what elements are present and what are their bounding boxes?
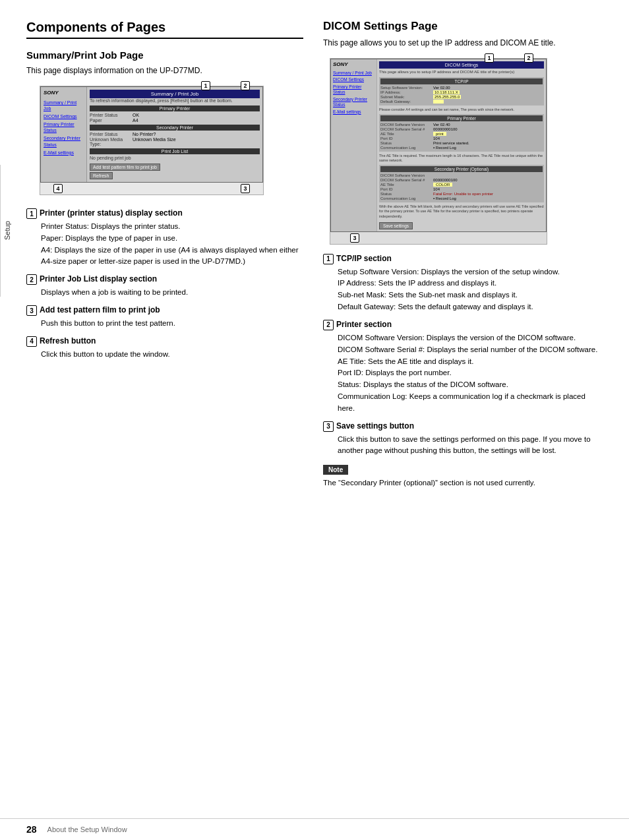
r-annotation-3-heading: 3 Save settings button [323, 421, 603, 432]
annotation-1-title: Printer (printer status) display section [40, 208, 183, 218]
ss-right-nav-1: Summary / Print Job [333, 71, 374, 76]
callout-1-left: 1 [201, 81, 210, 90]
r-annotation-1: 1 TCP/IP section Setup Software Version:… [323, 254, 603, 313]
ss-sidebar-left: SONY Summary / Print Job DICOM Settings … [41, 87, 87, 182]
callout-num-1: 1 [26, 208, 37, 219]
annotation-1-body: Printer Status: Displays the printer sta… [41, 221, 303, 268]
ss-printjob-text: No pending print job [90, 156, 260, 160]
ss-add-btn: Add test pattern film to print job [90, 164, 160, 171]
annotation-2-heading: 2 Printer Job List display section [26, 274, 303, 285]
right-column: DICOM Settings Page This page allows you… [323, 20, 603, 805]
ss-right-nav-2: DICOM Settings [333, 77, 374, 82]
note-section: Note The “Secondary Printer (optional)” … [323, 465, 603, 489]
ss-refresh-btn: Refresh [90, 172, 113, 179]
ss-main-left: Summary / Print Job To refresh informati… [87, 87, 262, 182]
r-annotation-3-title: Save settings button [336, 421, 414, 431]
ss-row-4: Unknown Media Type: Unknown Media Size [90, 137, 260, 146]
ss-right-body: SONY Summary / Print Job DICOM Settings … [330, 59, 547, 232]
note-body: The “Secondary Printer (optional)” secti… [323, 477, 603, 489]
ss-row-2: Paper A4 [90, 118, 260, 123]
r-annotation-3-body: Click this button to save the settings p… [338, 434, 603, 458]
ss-tcpip-row-2: IP Address: 10.118.111.X [380, 90, 543, 94]
ss-logo: SONY [44, 90, 84, 96]
ss-tcpip-title: TCP/IP [380, 78, 543, 84]
dicom-screenshot: 1 2 SONY Summary / Print Job DICOM Setti… [330, 58, 547, 245]
sidebar-label: Setup [3, 222, 11, 241]
annotation-4-heading: 4 Refresh button [26, 336, 303, 347]
ss-subtitle-left: To refresh information displayed, press … [90, 98, 260, 103]
ss-save-btn: Save settings [379, 222, 413, 229]
ss-tcpip-note: Please consider A4 settings and can be s… [379, 107, 544, 112]
callout-1-right: 1 [485, 53, 494, 63]
callout-4-bottom: 4 [53, 184, 63, 193]
ss-nav-3: Primary Printer Status [44, 121, 84, 133]
main-title: Components of Pages [26, 20, 303, 39]
r-annotation-2-body: DICOM Software Version: Displays the ver… [338, 332, 603, 415]
r-annotation-2: 2 Printer section DICOM Software Version… [323, 320, 603, 415]
dicom-section-title: DICOM Settings Page [323, 20, 603, 33]
ss-tcpip-row-1: Setup Software Version: Ver 02.00 [380, 86, 543, 90]
callout-3-bottom: 3 [241, 184, 250, 193]
ss-right-logo: SONY [333, 61, 374, 67]
r-callout-num-1: 1 [323, 254, 334, 264]
dicom-intro: This page allows you to set up the IP ad… [323, 37, 603, 49]
r-callout-num-3: 3 [323, 421, 334, 432]
summary-screenshot: 1 2 SONY Summary / Print Job DICOM Setti… [40, 86, 264, 195]
annotation-3-body: Push this button to print the test patte… [41, 318, 303, 330]
annotation-3-heading: 3 Add test pattern film to print job [26, 305, 303, 316]
ss-nav-4: Secondary Printer Status [44, 135, 84, 147]
ss-primary-block: Primary Printer DICOM Software VersionVe… [379, 114, 544, 152]
callout-bottom-row: 4 3 [40, 183, 263, 195]
bottom-bar: 28 About the Setup Window [0, 818, 629, 840]
annotation-3: 3 Add test pattern film to print job Pus… [26, 305, 303, 330]
callout-2-right: 2 [524, 53, 533, 63]
annotation-4-title: Refresh button [40, 336, 96, 345]
callout-num-2: 2 [26, 274, 37, 285]
ss-printjob-label: Print Job List [90, 148, 260, 154]
ss-right-nav-5: E-Mail settings [333, 109, 374, 115]
callout-3-row: 3 [330, 232, 547, 244]
ss-right-sidebar: SONY Summary / Print Job DICOM Settings … [331, 59, 377, 231]
annotation-1: 1 Printer (printer status) display secti… [26, 208, 303, 268]
ss-tcpip-row-3: Subnet Mask: 255.255.255.0 [380, 95, 543, 99]
ss-right-nav-3: Primary Printer Status [333, 84, 374, 96]
annotation-1-heading: 1 Printer (printer status) display secti… [26, 208, 303, 219]
ss-row-3: Printer Status No Printer? [90, 132, 260, 136]
content-area: Components of Pages Summary/Print Job Pa… [0, 0, 629, 818]
annotation-2-title: Printer Job List display section [40, 274, 157, 284]
summary-intro: This page displays information on the UP… [26, 65, 303, 76]
ss-right-subtitle: This page allows you to setup IP address… [379, 70, 544, 75]
annotation-3-title: Add test pattern film to print job [40, 305, 160, 315]
annotations-right: 1 TCP/IP section Setup Software Version:… [323, 254, 603, 489]
r-callout-num-2: 2 [323, 320, 334, 330]
ss-tcpip-row-4: Default Gateway: [380, 100, 543, 104]
callout-3-right: 3 [350, 233, 359, 243]
r-annotation-3: 3 Save settings button Click this button… [323, 421, 603, 458]
callout-num-4: 4 [26, 336, 37, 347]
ss-secondary-block: Secondary Printer (Optional) DICOM Softw… [379, 165, 544, 202]
r-annotation-2-heading: 2 Printer section [323, 320, 603, 330]
ss-secondary-block-title: Secondary Printer (Optional) [380, 166, 543, 172]
summary-section-title: Summary/Print Job Page [26, 49, 303, 61]
ss-right-main: DICOM Settings This page allows you to s… [377, 59, 546, 231]
ss-primary-block-title: Primary Printer [380, 115, 543, 121]
ss-nav-2: DICOM Settings [44, 113, 84, 119]
ss-secondary-note: With the above AE Title left blank, both… [379, 204, 544, 218]
r-annotation-1-body: Setup Software Version: Displays the ver… [338, 266, 603, 313]
ss-tcpip-block: TCP/IP Setup Software Version: Ver 02.00… [379, 77, 544, 105]
ss-ae-note: The AE Title is required. The maximum le… [379, 154, 544, 163]
ss-nav-5: E-Mail settings [44, 150, 84, 156]
r-annotation-2-title: Printer section [336, 320, 392, 329]
ss-right-header: DICOM Settings [379, 61, 544, 69]
callout-2-left: 2 [241, 81, 250, 90]
annotation-4-body: Click this button to update the window. [41, 349, 303, 361]
ss-secondary-label: Secondary Printer [90, 125, 260, 131]
annotation-4: 4 Refresh button Click this button to up… [26, 336, 303, 361]
ss-header-left: Summary / Print Job [90, 90, 260, 98]
note-label: Note [323, 465, 348, 475]
footer-text: About the Setup Window [47, 825, 127, 833]
ss-row-1: Printer Status OK [90, 113, 260, 117]
ss-nav-1: Summary / Print Job [44, 100, 84, 111]
r-annotation-1-title: TCP/IP section [336, 254, 392, 263]
annotation-2: 2 Printer Job List display section Displ… [26, 274, 303, 299]
